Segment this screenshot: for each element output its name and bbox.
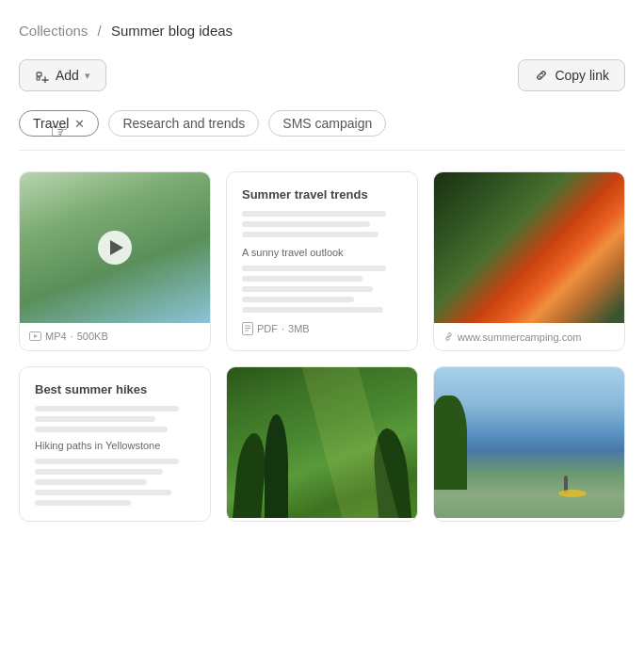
doc-line [242, 221, 370, 227]
camping-url: www.summercamping.com [458, 331, 581, 343]
breadcrumb: Collections / Summer blog ideas [19, 23, 625, 39]
hike-line [35, 490, 171, 495]
doc-footer: PDF · 3MB [242, 322, 402, 335]
copy-link-label: Copy link [555, 68, 609, 83]
kayak [558, 490, 587, 497]
tree-shape [233, 433, 268, 518]
tag-travel-close[interactable]: ✕ [74, 118, 85, 130]
doc-line [242, 297, 354, 302]
doc-subtitle: A sunny travel outlook [242, 247, 402, 258]
link-small-icon [443, 331, 454, 343]
hike-lines-bottom [35, 459, 195, 506]
hike-subtitle: Hiking paths in Yellowstone [35, 440, 195, 451]
doc-lines-bottom [242, 266, 402, 313]
add-icon [35, 68, 50, 83]
camping-image [434, 172, 624, 323]
link-icon [534, 68, 549, 83]
video-format: MP4 [45, 331, 67, 342]
doc-line [242, 266, 386, 271]
tag-research[interactable]: Research and trends [108, 110, 259, 137]
breadcrumb-separator: / [98, 23, 102, 39]
tag-sms[interactable]: SMS campaign [268, 110, 386, 137]
card-video[interactable]: MP4 · 500KB [19, 171, 211, 351]
add-chevron-icon: ▾ [85, 70, 90, 82]
play-button[interactable] [98, 231, 132, 265]
tree-left [434, 396, 467, 490]
hike-title: Best summer hikes [35, 382, 195, 396]
add-button[interactable]: Add ▾ [19, 59, 106, 91]
svg-rect-0 [37, 73, 41, 76]
doc-line [242, 276, 362, 282]
video-separator: · [71, 331, 73, 342]
video-thumbnail [20, 172, 210, 323]
video-meta: MP4 · 500KB [20, 323, 210, 349]
camping-meta: www.summercamping.com [434, 323, 624, 350]
doc-format: PDF [257, 323, 278, 334]
card-forest[interactable] [226, 366, 418, 522]
card-camping[interactable]: www.summercamping.com [433, 171, 625, 351]
breadcrumb-current: Summer blog ideas [111, 23, 233, 39]
hike-lines-top [35, 406, 195, 432]
add-label: Add [56, 68, 79, 83]
doc-sep: · [282, 323, 284, 334]
forest-image [227, 367, 417, 518]
card-hike[interactable]: Best summer hikes Hiking paths in Yellow… [19, 366, 211, 522]
hike-line [35, 459, 179, 464]
tag-travel-label: Travel [33, 116, 69, 131]
breadcrumb-collections[interactable]: Collections [19, 23, 88, 39]
svg-marker-5 [34, 334, 38, 338]
doc-line [242, 286, 373, 292]
card-grid: MP4 · 500KB Summer travel trends A sunny… [19, 171, 625, 522]
lake-image [434, 367, 624, 518]
copy-link-button[interactable]: Copy link [518, 59, 625, 91]
doc-lines-top [242, 211, 402, 237]
hike-line [35, 416, 155, 422]
hike-content: Best summer hikes Hiking paths in Yellow… [20, 367, 210, 521]
doc-line [242, 307, 383, 313]
hike-line [35, 500, 131, 506]
toolbar: Add ▾ Copy link [19, 59, 625, 91]
svg-rect-1 [37, 77, 40, 80]
hike-line [35, 406, 179, 412]
hike-line [35, 469, 163, 475]
doc-title: Summer travel trends [242, 187, 402, 202]
doc-size: 3MB [288, 323, 310, 334]
card-doc-travel[interactable]: Summer travel trends A sunny travel outl… [226, 171, 418, 351]
pdf-icon [242, 322, 253, 335]
tags-row: Travel ✕ ☞ Research and trends SMS campa… [19, 110, 625, 151]
video-size: 500KB [77, 331, 108, 342]
tag-travel[interactable]: Travel ✕ [19, 110, 99, 137]
hike-line [35, 479, 147, 485]
card-lake[interactable] [433, 366, 625, 522]
doc-line [242, 211, 386, 217]
tree-shape [265, 414, 288, 518]
tag-travel-wrapper: Travel ✕ ☞ [19, 110, 99, 137]
video-format-icon [29, 331, 41, 341]
hike-line [35, 427, 168, 432]
doc-content: Summer travel trends A sunny travel outl… [227, 172, 417, 350]
doc-line [242, 232, 378, 237]
